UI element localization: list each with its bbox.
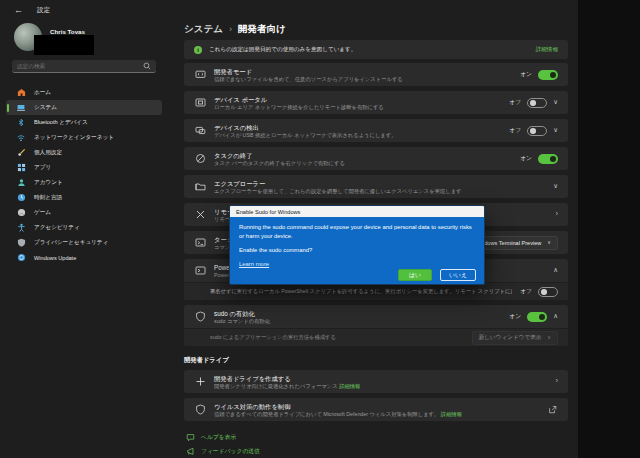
sidebar-item-home[interactable]: ホーム [6, 85, 162, 100]
chevron-up-icon[interactable]: ∧ [553, 267, 558, 274]
sidebar-item-windows-update[interactable]: Windows Update [6, 250, 162, 265]
info-icon: i [194, 46, 202, 54]
setting-subtitle: sudo コマンドの有効化 [214, 318, 501, 325]
enable-sudo-toggle[interactable] [527, 312, 547, 322]
send-feedback-link[interactable]: フィードバックの送信 [186, 447, 568, 456]
search-icon [143, 62, 151, 70]
sudo-shield-icon [194, 311, 206, 322]
page-title: 開発者向け [238, 23, 286, 36]
chevron-right-icon[interactable]: › [556, 378, 558, 385]
banner-text: これらの設定は開発目的での使用のみを意図しています。 [209, 46, 529, 54]
setting-device-discovery: デバイスの検出 デバイスが USB 接続とローカル ネットワークで表示されるよう… [184, 119, 568, 142]
setting-row: sudo の有効化 sudo コマンドの有効化 オン ∧ [184, 305, 568, 328]
windows-update-icon [16, 253, 26, 262]
sudo-run-mode-row: sudo によるアプリケーションの実行方法を構成する 新しいウィンドウで表示 ∨ [184, 329, 568, 346]
chevron-down-icon[interactable]: ∨ [553, 183, 558, 190]
breadcrumb-parent[interactable]: システム [184, 23, 223, 36]
back-button[interactable]: ← [14, 5, 23, 15]
learn-more-link[interactable]: 詳細情報 [441, 411, 462, 417]
setting-end-task: タスクの終了 タスク バーのタスクの終了を右クリックで有効にする オン [184, 147, 568, 170]
external-link-icon[interactable] [546, 405, 558, 414]
sidebar-item-label: ホーム [34, 89, 51, 97]
bluetooth-icon [16, 118, 26, 127]
sidebar-nav: ホーム システム Bluetooth とデバイス ネットワークとインターネット [4, 85, 164, 265]
setting-row[interactable]: 開発者ドライブを作成する 開発者シナリオ向けに最適化されたパフォーマンス 詳細情… [184, 370, 568, 393]
sidebar-item-label: ネットワークとインターネット [34, 134, 114, 142]
sidebar-item-time-language[interactable]: 時刻と言語 [6, 190, 162, 205]
banner-learn-more-link[interactable]: 詳細情報 [536, 46, 558, 54]
setting-row: デバイスの検出 デバイスが USB 接続とローカル ネットワークで表示されるよう… [184, 119, 568, 142]
learn-more-link[interactable]: 詳細情報 [339, 383, 360, 389]
setting-device-portal: デバイス ポータル ローカル エリア ネットワーク接続を介したリモート診断を有効… [184, 91, 568, 114]
end-task-toggle[interactable] [538, 154, 558, 164]
developer-mode-toggle[interactable] [538, 70, 558, 80]
sidebar-item-privacy-security[interactable]: プライバシーとセキュリティ [6, 235, 162, 250]
execution-policy-toggle[interactable] [538, 287, 558, 297]
device-portal-icon [194, 97, 206, 108]
toggle-state-label: オフ [520, 287, 532, 296]
search-input[interactable] [17, 63, 97, 69]
sidebar-item-label: システム [34, 104, 57, 112]
gaming-icon [16, 208, 26, 217]
sidebar-item-bluetooth-devices[interactable]: Bluetooth とデバイス [6, 115, 162, 130]
setting-title: エクスプローラー [214, 179, 545, 188]
chevron-right-icon[interactable]: › [556, 211, 558, 218]
time-language-icon [16, 193, 26, 202]
setting-title: デバイスの検出 [214, 123, 501, 132]
powershell-icon [194, 265, 206, 276]
sub-setting-text: 署名せずに実行するローカル PowerShell スクリプトを許可するように、実… [210, 288, 512, 295]
page-footer: ヘルプを表示 フィードバックの送信 [184, 433, 568, 456]
dialog-question: Enable the sudo command? [239, 247, 475, 253]
feedback-icon [186, 447, 195, 456]
sidebar-item-system[interactable]: システム [6, 100, 162, 115]
sidebar-item-label: Windows Update [34, 255, 76, 261]
sidebar-item-accessibility[interactable]: アクセシビリティ [6, 220, 162, 235]
sidebar-item-label: ゲーム [34, 209, 51, 217]
yes-button[interactable]: はい [398, 269, 432, 281]
breadcrumb-separator-icon: › [229, 24, 232, 34]
dialog-message: Running the sudo command could expose yo… [239, 223, 475, 240]
personalization-icon [16, 148, 26, 157]
sidebar-item-label: アクセシビリティ [34, 224, 80, 232]
sidebar-item-label: 時刻と言語 [34, 194, 62, 202]
sidebar-item-network-internet[interactable]: ネットワークとインターネット [6, 130, 162, 145]
sidebar-item-gaming[interactable]: ゲーム [6, 205, 162, 220]
accessibility-icon [16, 223, 26, 232]
setting-title: ウイルス対策の動作を制御 [214, 402, 538, 411]
setting-subtitle: 信頼できるすべての開発者ドライブにおいて Microsoft Defender … [214, 411, 538, 418]
sudo-mode-dropdown[interactable]: 新しいウィンドウで表示 ∨ [472, 331, 558, 345]
user-profile[interactable]: Chris Tovas [12, 22, 156, 54]
powershell-execution-policy-row: 署名せずに実行するローカル PowerShell スクリプトを許可するように、実… [184, 283, 568, 300]
end-task-icon [194, 153, 206, 164]
setting-title: 開発者モード [214, 67, 512, 76]
chevron-down-icon: ∨ [547, 240, 551, 245]
sudo-mode-value: 新しいウィンドウで表示 [479, 334, 542, 342]
sidebar-item-label: 個人用設定 [34, 149, 62, 157]
defender-shield-icon [194, 404, 206, 415]
chevron-down-icon[interactable]: ∨ [553, 127, 558, 134]
setting-title: タスクの終了 [214, 151, 512, 160]
search-box[interactable] [12, 60, 156, 73]
sidebar-item-apps[interactable]: アプリ [6, 160, 162, 175]
device-portal-toggle[interactable] [527, 98, 547, 108]
no-button[interactable]: いいえ [440, 269, 476, 281]
home-icon [16, 88, 26, 97]
dev-drive-section-title: 開発者ドライブ [184, 356, 568, 365]
screen: ← 設定 Chris Tovas ホーム [0, 0, 640, 458]
sidebar-item-accounts[interactable]: アカウント [6, 175, 162, 190]
setting-subtitle: 開発者シナリオ向けに最適化されたパフォーマンス 詳細情報 [214, 383, 548, 390]
toggle-state-label: オン [509, 312, 521, 321]
setting-create-dev-drive: 開発者ドライブを作成する 開発者シナリオ向けに最適化されたパフォーマンス 詳細情… [184, 370, 568, 393]
device-discovery-toggle[interactable] [527, 126, 547, 136]
sidebar-item-label: Bluetooth とデバイス [34, 119, 88, 127]
dialog-learn-more-link[interactable]: Learn more [239, 261, 269, 267]
setting-row[interactable]: ウイルス対策の動作を制御 信頼できるすべての開発者ドライブにおいて Micros… [184, 398, 568, 421]
toggle-state-label: オフ [509, 126, 521, 135]
dialog-titlebar[interactable]: Enable Sudo for Windows [230, 206, 484, 217]
sidebar: Chris Tovas ホーム システム [0, 20, 168, 458]
chevron-up-icon[interactable]: ∧ [553, 313, 558, 320]
chevron-down-icon[interactable]: ∨ [553, 99, 558, 106]
sidebar-item-personalization[interactable]: 個人用設定 [6, 145, 162, 160]
get-help-link[interactable]: ヘルプを表示 [186, 433, 568, 442]
setting-row[interactable]: エクスプローラー エクスプローラーを使用して、これらの設定を調整して開発者に優し… [184, 175, 568, 198]
